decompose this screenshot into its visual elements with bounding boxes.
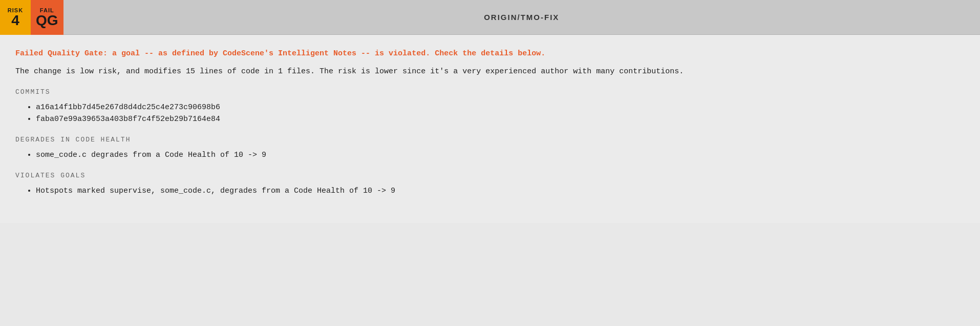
list-item: a16a14f1bb7d45e267d8d4dc25c4e273c90698b6 — [36, 103, 965, 112]
risk-value: 4 — [11, 13, 19, 28]
violates-list: Hotspots marked supervise, some_code.c, … — [15, 187, 965, 195]
degrades-label: DEGRADES IN CODE HEALTH — [15, 136, 965, 144]
fail-value: QG — [36, 13, 58, 28]
content-area: Failed Quality Gate: a goal -- as define… — [0, 35, 980, 223]
commits-label: COMMITS — [15, 88, 965, 96]
commits-list: a16a14f1bb7d45e267d8d4dc25c4e273c90698b6… — [15, 103, 965, 124]
quality-gate-message: Failed Quality Gate: a goal -- as define… — [15, 49, 965, 58]
description-text: The change is low risk, and modifies 15 … — [15, 67, 965, 76]
header: RISK 4 FAIL QG ORIGIN/TMO-FIX — [0, 0, 980, 35]
list-item: some_code.c degrades from a Code Health … — [36, 151, 965, 159]
risk-badge: RISK 4 — [0, 0, 31, 35]
degrades-section: DEGRADES IN CODE HEALTH some_code.c degr… — [15, 136, 965, 159]
fail-badge: FAIL QG — [31, 0, 63, 35]
violates-label: VIOLATES GOALS — [15, 172, 965, 179]
list-item: faba07e99a39653a403b8f7c4f52eb29b7164e84 — [36, 115, 965, 124]
list-item: Hotspots marked supervise, some_code.c, … — [36, 187, 965, 195]
degrades-list: some_code.c degrades from a Code Health … — [15, 151, 965, 159]
header-title: ORIGIN/TMO-FIX — [63, 13, 980, 22]
violates-section: VIOLATES GOALS Hotspots marked supervise… — [15, 172, 965, 195]
